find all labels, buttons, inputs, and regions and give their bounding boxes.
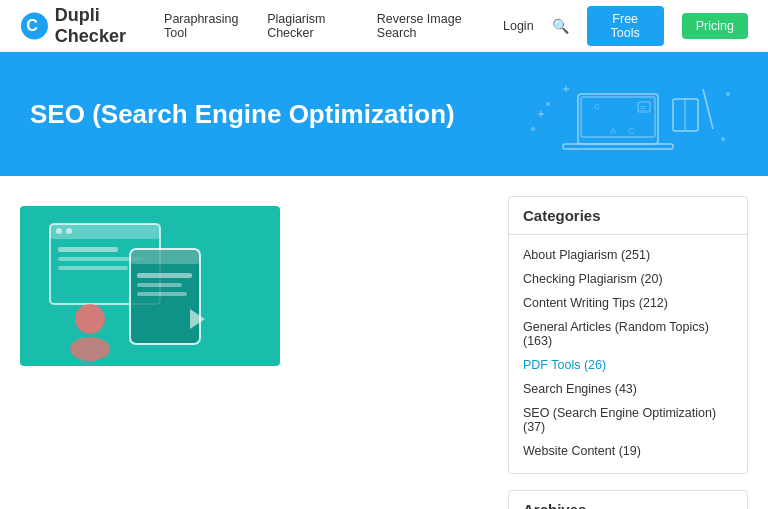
category-item[interactable]: About Plagiarism (251) bbox=[523, 243, 733, 267]
nav-reverse-image-search[interactable]: Reverse Image Search bbox=[377, 12, 485, 40]
categories-title: Categories bbox=[509, 197, 747, 235]
logo-area: C Dupli Checker bbox=[20, 5, 164, 47]
categories-box: Categories About Plagiarism (251)Checkin… bbox=[508, 196, 748, 474]
category-item[interactable]: Search Engines (43) bbox=[523, 377, 733, 401]
content-area bbox=[20, 196, 508, 509]
svg-point-10 bbox=[726, 92, 730, 96]
svg-rect-29 bbox=[130, 249, 200, 264]
article-image bbox=[20, 206, 280, 366]
banner-illustration: ☶ ♫ A C bbox=[518, 74, 738, 154]
svg-text:C: C bbox=[26, 16, 38, 34]
nav-paraphrasing-tool[interactable]: Paraphrasing Tool bbox=[164, 12, 249, 40]
pricing-button[interactable]: Pricing bbox=[682, 13, 748, 39]
svg-point-9 bbox=[531, 127, 535, 131]
archives-box: Archives December 2022 (1) bbox=[508, 490, 748, 509]
sidebar: Categories About Plagiarism (251)Checkin… bbox=[508, 196, 748, 509]
category-item[interactable]: Checking Plagiarism (20) bbox=[523, 267, 733, 291]
svg-line-7 bbox=[703, 89, 713, 129]
header: C Dupli Checker Paraphrasing Tool Plagia… bbox=[0, 0, 768, 52]
free-tools-button[interactable]: Free Tools bbox=[587, 6, 664, 46]
svg-text:♫: ♫ bbox=[593, 101, 600, 111]
logo-text: Dupli Checker bbox=[55, 5, 164, 47]
svg-text:A: A bbox=[610, 126, 616, 136]
category-item[interactable]: SEO (Search Engine Optimization) (37) bbox=[523, 401, 733, 439]
svg-point-23 bbox=[56, 228, 62, 234]
category-item[interactable]: General Articles (Random Topics) (163) bbox=[523, 315, 733, 353]
svg-point-11 bbox=[721, 137, 725, 141]
svg-rect-32 bbox=[137, 292, 187, 296]
nav-plagiarism-checker[interactable]: Plagiarism Checker bbox=[267, 12, 359, 40]
search-icon[interactable]: 🔍 bbox=[552, 18, 569, 34]
category-item[interactable]: Website Content (19) bbox=[523, 439, 733, 463]
category-item[interactable]: PDF Tools (26) bbox=[523, 353, 733, 377]
svg-text:C: C bbox=[628, 126, 635, 136]
svg-rect-30 bbox=[137, 273, 192, 278]
logo-icon: C bbox=[20, 10, 49, 42]
svg-rect-25 bbox=[58, 247, 118, 252]
svg-rect-4 bbox=[563, 144, 673, 149]
svg-text:☶: ☶ bbox=[640, 105, 646, 112]
archives-title: Archives bbox=[509, 491, 747, 509]
svg-point-24 bbox=[66, 228, 72, 234]
category-item[interactable]: Content Writing Tips (212) bbox=[523, 291, 733, 315]
svg-rect-31 bbox=[137, 283, 182, 287]
svg-rect-27 bbox=[58, 266, 128, 270]
categories-list: About Plagiarism (251)Checking Plagiaris… bbox=[509, 235, 747, 473]
main-content: Categories About Plagiarism (251)Checkin… bbox=[0, 176, 768, 509]
svg-point-34 bbox=[70, 337, 110, 361]
page-banner: SEO (Search Engine Optimization) ☶ bbox=[0, 52, 768, 176]
banner-title: SEO (Search Engine Optimization) bbox=[30, 99, 455, 130]
main-nav: Paraphrasing Tool Plagiarism Checker Rev… bbox=[164, 6, 748, 46]
svg-point-8 bbox=[546, 102, 550, 106]
svg-point-33 bbox=[75, 304, 105, 334]
nav-login[interactable]: Login bbox=[503, 19, 534, 33]
